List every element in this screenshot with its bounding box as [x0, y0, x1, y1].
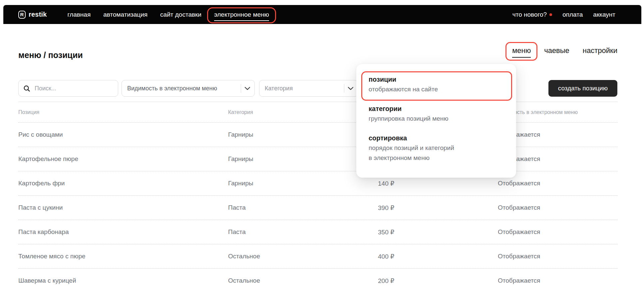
position-price: 140 ₽	[378, 180, 498, 187]
dropdown-item-sorting[interactable]: сортировка порядок позиций и категорий в…	[369, 133, 506, 163]
dropdown-item-subtitle: отображаются на сайте	[369, 84, 506, 94]
position-price: 200 ₽	[378, 277, 498, 285]
column-header-position: Позиция	[18, 109, 228, 115]
position-visibility: Отображается	[498, 277, 618, 284]
main-nav: главная автоматизация сайт доставки элек…	[68, 11, 269, 18]
category-filter-select[interactable]: Категория	[259, 80, 358, 97]
table-row[interactable]: Рис с овощами Гарниры Отображается	[18, 123, 618, 147]
tab-label: чаевые	[544, 46, 569, 55]
chevron-down-icon	[348, 87, 354, 90]
create-position-button[interactable]: создать позицию	[548, 80, 617, 97]
restik-logo-text: restik	[29, 11, 47, 18]
position-price: 400 ₽	[378, 253, 498, 260]
search-icon	[23, 85, 30, 92]
chevron-down-icon	[244, 87, 250, 90]
account-label: аккаунт	[593, 11, 615, 18]
nav-label: электронное меню	[214, 11, 269, 21]
dropdown-item-subtitle: группировка позиций меню	[369, 114, 506, 124]
tab-settings[interactable]: настройки	[583, 46, 617, 55]
breadcrumb: меню / позиции	[18, 50, 83, 60]
visibility-filter-value: Видимость в электронном меню	[127, 85, 217, 92]
position-category: Гарниры	[228, 180, 378, 187]
column-header-category: Категория	[228, 109, 378, 115]
notification-dot-icon	[549, 13, 552, 16]
select-divider	[344, 84, 345, 93]
tab-label: настройки	[583, 46, 617, 55]
account-link[interactable]: аккаунт	[593, 11, 615, 18]
positions-table: Позиция Категория Видимость в электронно…	[18, 102, 618, 292]
table-row[interactable]: Шаверма с курицей Остальное 200 ₽ Отобра…	[18, 269, 618, 292]
position-category: Гарниры	[228, 155, 378, 163]
section-tabs: меню чаевые настройки	[512, 46, 617, 55]
position-category: Гарниры	[228, 131, 378, 138]
position-visibility: Отображается	[498, 228, 618, 236]
nav-label: сайт доставки	[160, 11, 201, 18]
position-visibility: Отображается	[498, 253, 618, 260]
nav-item-electronic-menu[interactable]: электронное меню	[214, 11, 269, 18]
topbar-right-nav: что нового? оплата аккаунт	[512, 11, 615, 18]
dropdown-item-subtitle: порядок позиций и категорий в электронно…	[369, 143, 506, 163]
dropdown-item-categories[interactable]: категории группировка позиций меню	[369, 104, 506, 124]
payment-link[interactable]: оплата	[562, 11, 583, 18]
position-category: Паста	[228, 228, 378, 236]
nav-item-automation[interactable]: автоматизация	[103, 11, 148, 18]
tab-label: меню	[512, 46, 531, 58]
select-divider	[241, 84, 241, 93]
position-name: Картофельное пюре	[18, 155, 228, 163]
whats-new-link[interactable]: что нового?	[512, 11, 552, 18]
position-name: Томленое мясо с пюре	[18, 253, 228, 260]
nav-item-main[interactable]: главная	[68, 11, 91, 18]
tab-menu[interactable]: меню	[512, 46, 531, 55]
whats-new-label: что нового?	[512, 11, 547, 18]
position-category: Паста	[228, 204, 378, 211]
nav-item-delivery-site[interactable]: сайт доставки	[160, 11, 201, 18]
table-row[interactable]: Томленое мясо с пюре Остальное 400 ₽ Ото…	[18, 244, 618, 269]
position-name: Шаверма с курицей	[18, 277, 228, 284]
position-category: Остальное	[228, 277, 378, 284]
tab-tips[interactable]: чаевые	[544, 46, 569, 55]
table-row[interactable]: Картофель фри Гарниры 140 ₽ Отображается	[18, 171, 618, 196]
restik-logo-icon: R	[18, 11, 26, 19]
search-input[interactable]	[34, 85, 113, 92]
visibility-filter-select[interactable]: Видимость в электронном меню	[122, 80, 255, 97]
nav-label: главная	[68, 11, 91, 18]
dropdown-item-title: позиции	[369, 75, 506, 84]
table-row[interactable]: Картофельное пюре Гарниры Отображается	[18, 147, 618, 171]
search-field[interactable]	[18, 80, 118, 97]
payment-label: оплата	[562, 11, 583, 18]
table-header-row: Позиция Категория Видимость в электронно…	[18, 102, 618, 123]
table-row[interactable]: Паста с цукини Паста 390 ₽ Отображается	[18, 196, 618, 220]
position-price: 350 ₽	[378, 228, 498, 236]
position-visibility: Отображается	[498, 180, 618, 187]
position-category: Остальное	[228, 253, 378, 260]
top-navigation-bar: R restik главная автоматизация сайт дост…	[3, 5, 641, 24]
menu-dropdown-panel: позиции отображаются на сайте категории …	[356, 64, 516, 178]
position-price: 390 ₽	[378, 204, 498, 212]
table-row[interactable]: Паста карбонара Паста 350 ₽ Отображается	[18, 220, 618, 244]
position-name: Паста с цукини	[18, 204, 228, 211]
nav-label: автоматизация	[103, 11, 148, 18]
category-filter-value: Категория	[265, 85, 293, 92]
position-name: Паста карбонара	[18, 228, 228, 236]
position-name: Рис с овощами	[18, 131, 228, 138]
dropdown-item-positions[interactable]: позиции отображаются на сайте	[369, 75, 506, 94]
restik-logo[interactable]: R restik	[18, 11, 47, 19]
position-visibility: Отображается	[498, 204, 618, 211]
dropdown-item-title: сортировка	[369, 133, 506, 143]
dropdown-item-title: категории	[369, 104, 506, 114]
position-name: Картофель фри	[18, 180, 228, 187]
